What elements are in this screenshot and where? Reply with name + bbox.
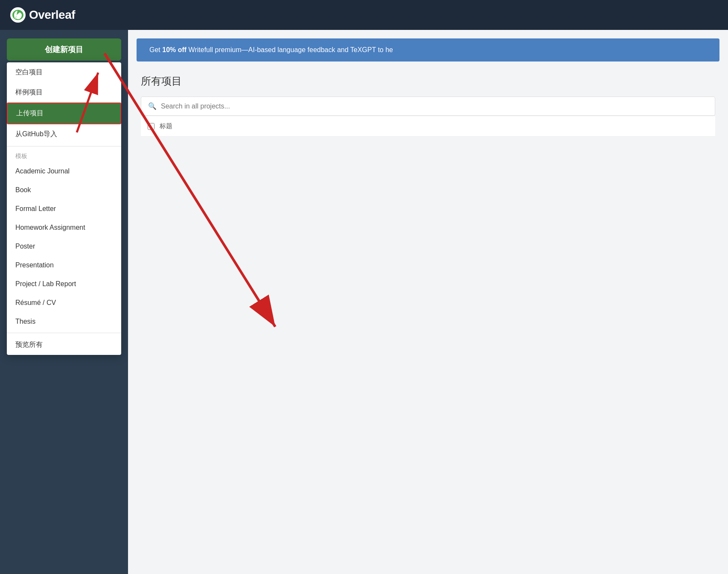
menu-item-upload[interactable]: 上传项目 [7, 102, 121, 124]
app-header: Overleaf [0, 0, 728, 30]
menu-item-github[interactable]: 从GitHub导入 [7, 124, 121, 144]
menu-item-blank[interactable]: 空白项目 [7, 62, 121, 82]
promo-bold-text: 10% off [162, 46, 186, 53]
sidebar: 创建新项目 空白项目 样例项目 上传项目 从GitHub导入 模板 Academ… [0, 30, 128, 574]
search-input[interactable] [161, 102, 708, 110]
logo: Overleaf [10, 7, 75, 23]
menu-item-academic-journal[interactable]: Academic Journal [7, 162, 121, 181]
menu-item-poster[interactable]: Poster [7, 237, 121, 256]
menu-item-book[interactable]: Book [7, 181, 121, 199]
templates-section-label: 模板 [7, 148, 121, 162]
menu-item-thesis[interactable]: Thesis [7, 312, 121, 331]
main-layout: 创建新项目 空白项目 样例项目 上传项目 从GitHub导入 模板 Academ… [0, 30, 728, 574]
search-bar: 🔍 [141, 97, 715, 116]
menu-divider [7, 146, 121, 146]
projects-section: 所有项目 🔍 标题 [128, 62, 728, 137]
promo-text-suffix: Writefull premium—AI-based language feed… [186, 46, 393, 53]
table-col-title: 标题 [160, 122, 172, 130]
menu-item-example[interactable]: 样例项目 [7, 82, 121, 102]
menu-divider-2 [7, 333, 121, 333]
create-dropdown-menu: 空白项目 样例项目 上传项目 从GitHub导入 模板 Academic Jou… [7, 62, 121, 355]
menu-item-presentation[interactable]: Presentation [7, 256, 121, 275]
create-btn-wrapper: 创建新项目 [0, 30, 128, 61]
menu-item-view-all[interactable]: 预览所有 [7, 335, 121, 355]
overleaf-logo-icon [10, 7, 26, 23]
main-content: Get 10% off Writefull premium—AI-based l… [128, 30, 728, 574]
menu-item-project-lab-report[interactable]: Project / Lab Report [7, 275, 121, 293]
menu-item-resume-cv[interactable]: Résumé / CV [7, 293, 121, 312]
search-icon: 🔍 [148, 102, 157, 110]
logo-text: Overleaf [29, 8, 75, 22]
create-new-project-button[interactable]: 创建新项目 [7, 38, 121, 61]
promo-text-prefix: Get [149, 46, 162, 53]
menu-item-formal-letter[interactable]: Formal Letter [7, 199, 121, 218]
section-title: 所有项目 [141, 74, 715, 88]
select-all-checkbox[interactable] [148, 123, 154, 130]
table-header: 标题 [141, 116, 715, 137]
promo-banner: Get 10% off Writefull premium—AI-based l… [137, 38, 719, 62]
menu-item-homework-assignment[interactable]: Homework Assignment [7, 218, 121, 237]
